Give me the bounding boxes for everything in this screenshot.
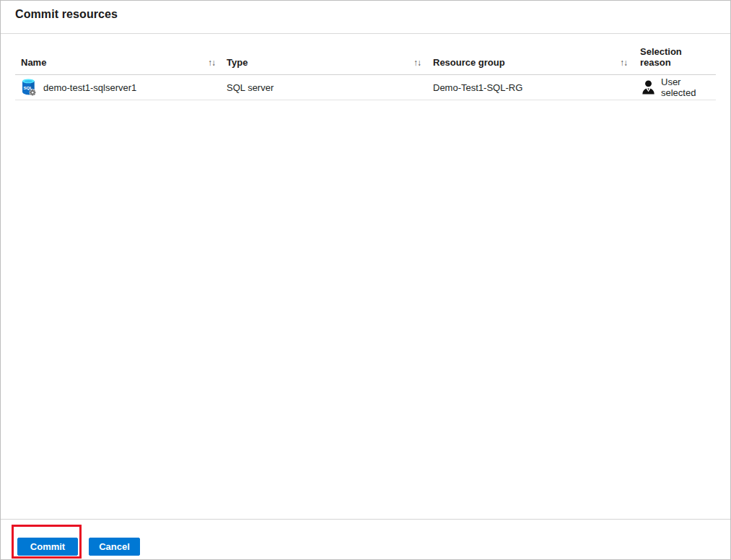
svg-text:SQL: SQL xyxy=(23,85,32,90)
sort-icon: ↑↓ xyxy=(413,58,421,68)
column-label: Name xyxy=(21,57,46,68)
table-row: SQL demo-test1-sqlserver1 SQL server xyxy=(15,75,716,100)
cell-name: SQL demo-test1-sqlserver1 xyxy=(15,79,221,96)
column-header-selection-reason: Selection reason xyxy=(633,46,716,74)
column-label: Type xyxy=(227,57,248,68)
commit-button[interactable]: Commit xyxy=(17,538,78,556)
column-header-name[interactable]: Name ↑↓ xyxy=(15,57,221,74)
table-header-row: Name ↑↓ Type ↑↓ Resource group ↑↓ Select… xyxy=(15,34,716,75)
sort-icon: ↑↓ xyxy=(620,58,627,68)
sql-server-icon: SQL xyxy=(21,79,36,96)
commit-resources-pane: Commit resources Name ↑↓ Type ↑↓ Resourc… xyxy=(0,0,731,560)
resource-type: SQL server xyxy=(227,82,273,93)
action-bar: Commit Cancel xyxy=(1,519,730,559)
selection-reason: User selected xyxy=(661,76,710,98)
cancel-button[interactable]: Cancel xyxy=(89,538,140,556)
column-label: Selection reason xyxy=(640,46,710,68)
cell-resource-group: Demo-Test1-SQL-RG xyxy=(426,82,633,93)
resource-name: demo-test1-sqlserver1 xyxy=(43,82,136,93)
column-header-type[interactable]: Type ↑↓ xyxy=(221,57,426,74)
resource-group: Demo-Test1-SQL-RG xyxy=(433,82,522,93)
resources-table: Name ↑↓ Type ↑↓ Resource group ↑↓ Select… xyxy=(15,34,716,100)
page-title: Commit resources xyxy=(15,8,716,21)
column-label: Resource group xyxy=(433,57,505,68)
pane-header: Commit resources xyxy=(1,1,730,34)
column-header-resource-group[interactable]: Resource group ↑↓ xyxy=(426,57,633,74)
gear-icon xyxy=(30,89,36,96)
cell-selection-reason: User selected xyxy=(633,76,716,98)
cell-type: SQL server xyxy=(221,82,426,93)
user-icon xyxy=(642,80,655,95)
sort-icon: ↑↓ xyxy=(208,58,215,68)
